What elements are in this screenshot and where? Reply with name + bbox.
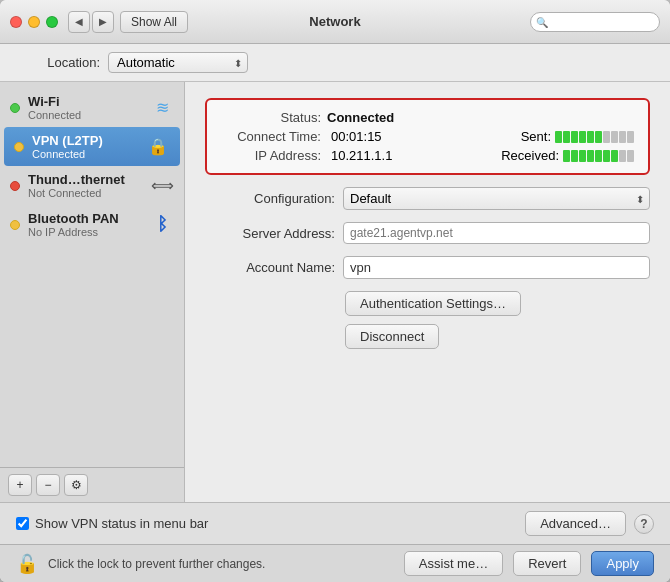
add-network-button[interactable]: + [8,474,32,496]
revert-button[interactable]: Revert [513,551,581,576]
wifi-status: Connected [28,109,142,121]
back-button[interactable]: ◀ [68,11,90,33]
sidebar-item-vpn[interactable]: VPN (L2TP) Connected 🔒 [4,127,180,166]
sent-bar-9 [619,131,626,143]
sent-bar-7 [603,131,610,143]
search-input[interactable] [530,12,660,32]
sent-bar-10 [627,131,634,143]
account-name-input[interactable] [343,256,650,279]
sidebar-list: Wi-Fi Connected ≋ VPN (L2TP) Connected 🔒 [0,82,184,467]
recv-bar-5 [595,150,602,162]
sent-bar-6 [595,131,602,143]
recv-bar-1 [563,150,570,162]
status-value: Connected [327,110,394,125]
lock-icon[interactable]: 🔓 [16,553,38,575]
vpn-status-dot [14,142,24,152]
recv-bar-8 [619,150,626,162]
server-address-row: Server Address: [205,222,650,244]
ethernet-name: Thund…thernet [28,172,142,187]
ip-value: 10.211.1.1 [331,148,392,163]
show-vpn-checkbox-label[interactable]: Show VPN status in menu bar [16,516,208,531]
action-buttons: Authentication Settings… Disconnect [205,291,650,349]
sent-bars [555,131,634,143]
recv-bar-9 [627,150,634,162]
sidebar-controls: + − ⚙ [0,467,184,502]
sent-bar-8 [611,131,618,143]
status-ip-row: IP Address: 10.211.1.1 Received: [221,148,634,163]
server-address-input[interactable] [343,222,650,244]
server-address-label: Server Address: [205,226,335,241]
ethernet-status: Not Connected [28,187,142,199]
bluetooth-info: Bluetooth PAN No IP Address [28,211,142,238]
configuration-select[interactable]: Default Custom [343,187,650,210]
wifi-info: Wi-Fi Connected [28,94,142,121]
auth-settings-button[interactable]: Authentication Settings… [345,291,521,316]
ethernet-icon: ⟺ [150,176,174,195]
bluetooth-status: No IP Address [28,226,142,238]
network-action-button[interactable]: ⚙ [64,474,88,496]
received-bars [563,150,634,162]
sent-bar-2 [563,131,570,143]
received-label: Received: [501,148,559,163]
maximize-button[interactable] [46,16,58,28]
close-button[interactable] [10,16,22,28]
right-panel: Status: Connected Connect Time: 00:01:15… [185,82,670,502]
show-vpn-checkbox[interactable] [16,517,29,530]
wifi-name: Wi-Fi [28,94,142,109]
sidebar-item-ethernet[interactable]: Thund…thernet Not Connected ⟺ [0,166,184,205]
bottom-bar: Show VPN status in menu bar Advanced… ? [0,502,670,544]
sent-bar-5 [587,131,594,143]
recv-bar-7 [611,150,618,162]
wifi-icon: ≋ [150,98,174,117]
status-main-row: Status: Connected [221,110,634,125]
sent-bar-3 [571,131,578,143]
configuration-label: Configuration: [205,191,335,206]
configuration-row: Configuration: Default Custom [205,187,650,210]
apply-button[interactable]: Apply [591,551,654,576]
account-name-label: Account Name: [205,260,335,275]
status-time-row: Connect Time: 00:01:15 Sent: [221,129,634,144]
network-window: ◀ ▶ Show All Network Location: Automatic… [0,0,670,582]
location-select[interactable]: Automatic Home Work [108,52,248,73]
recv-bar-4 [587,150,594,162]
help-button[interactable]: ? [634,514,654,534]
ethernet-info: Thund…thernet Not Connected [28,172,142,199]
recv-bar-2 [571,150,578,162]
forward-button[interactable]: ▶ [92,11,114,33]
disconnect-button[interactable]: Disconnect [345,324,439,349]
advanced-button[interactable]: Advanced… [525,511,626,536]
recv-bar-3 [579,150,586,162]
ethernet-status-dot [10,181,20,191]
main-content: Wi-Fi Connected ≋ VPN (L2TP) Connected 🔒 [0,82,670,502]
account-name-row: Account Name: [205,256,650,279]
status-box: Status: Connected Connect Time: 00:01:15… [205,98,650,175]
status-label: Status: [221,110,321,125]
show-all-button[interactable]: Show All [120,11,188,33]
vpn-name: VPN (L2TP) [32,133,138,148]
assist-button[interactable]: Assist me… [404,551,503,576]
bluetooth-name: Bluetooth PAN [28,211,142,226]
sidebar-item-bluetooth[interactable]: Bluetooth PAN No IP Address ᛒ [0,205,184,244]
window-title: Network [309,14,360,29]
vpn-info: VPN (L2TP) Connected [32,133,138,160]
search-wrapper [530,12,660,32]
sidebar-item-wifi[interactable]: Wi-Fi Connected ≋ [0,88,184,127]
traffic-lights [10,16,58,28]
bluetooth-status-dot [10,220,20,230]
nav-buttons: ◀ ▶ [68,11,114,33]
ip-label: IP Address: [221,148,321,163]
location-bar: Location: Automatic Home Work [0,44,670,82]
recv-bar-6 [603,150,610,162]
configuration-select-wrapper: Default Custom [343,187,650,210]
minimize-button[interactable] [28,16,40,28]
bluetooth-icon: ᛒ [150,214,174,235]
vpn-status: Connected [32,148,138,160]
connect-time-value: 00:01:15 [331,129,382,144]
sent-label: Sent: [521,129,551,144]
bottom-right-buttons: Advanced… ? [525,511,654,536]
wifi-status-dot [10,103,20,113]
lock-icon: 🔒 [146,137,170,156]
sent-bar-4 [579,131,586,143]
remove-network-button[interactable]: − [36,474,60,496]
location-select-wrapper: Automatic Home Work [108,52,248,73]
